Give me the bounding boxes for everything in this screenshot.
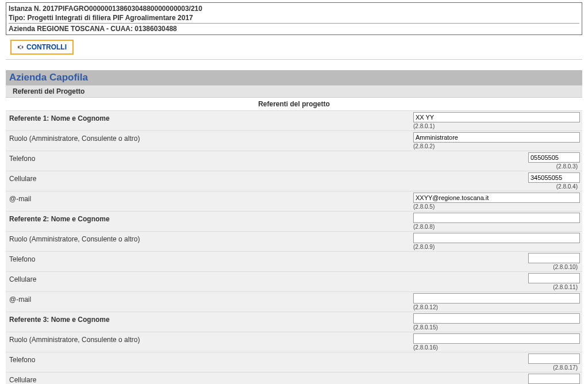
text-input[interactable] — [413, 132, 580, 143]
field-label: Telefono — [6, 352, 271, 372]
form-row: @-mail(2.8.0.12) — [6, 291, 582, 312]
field-label: Ruolo (Amministratore, Consulente o altr… — [6, 232, 264, 251]
value-cell: (2.8.0.3) — [271, 151, 582, 171]
value-cell: (2.8.0.18) — [271, 373, 582, 384]
text-input[interactable] — [528, 354, 580, 364]
field-code: (2.8.0.16) — [413, 344, 440, 351]
field-code: (2.8.0.1) — [413, 123, 437, 129]
field-label: Ruolo (Amministratore, Consulente o altr… — [6, 131, 264, 151]
instance-number: Istanza N. 2017PIFAGRO000000138603048800… — [9, 4, 579, 13]
form-row: Cellulare(2.8.0.18) — [6, 372, 582, 384]
field-code: (2.8.0.2) — [413, 143, 437, 149]
text-input[interactable] — [528, 253, 580, 263]
value-cell: (2.8.0.8) — [264, 212, 582, 231]
field-code: (2.8.0.9) — [413, 244, 437, 250]
text-input[interactable] — [413, 112, 580, 122]
field-code: (2.8.0.10) — [553, 264, 580, 270]
value-cell: (2.8.0.12) — [264, 292, 582, 312]
text-input[interactable] — [413, 293, 580, 304]
gear-icon — [17, 44, 24, 51]
field-code: (2.8.0.8) — [413, 224, 437, 230]
field-label: Referente 3: Nome e Cognome — [6, 312, 264, 332]
value-cell: (2.8.0.11) — [271, 272, 582, 291]
section-title: Azienda Capofila — [6, 70, 582, 85]
text-input[interactable] — [528, 374, 580, 384]
field-label: Telefono — [6, 252, 271, 271]
controlli-label: CONTROLLI — [26, 43, 67, 51]
field-code: (2.8.0.4) — [556, 183, 580, 190]
field-code: (2.8.0.15) — [413, 324, 440, 331]
field-label: Cellulare — [6, 373, 271, 384]
text-input[interactable] — [528, 273, 580, 283]
value-cell: (2.8.0.15) — [264, 312, 582, 332]
field-label: Referente 1: Nome e Cognome — [6, 111, 264, 130]
subsection-title: Referenti del Progetto — [6, 85, 582, 98]
controlli-button[interactable]: CONTROLLI — [10, 40, 74, 55]
form-row: Referente 3: Nome e Cognome(2.8.0.15) — [6, 312, 582, 332]
form-row: Telefono(2.8.0.17) — [6, 352, 582, 372]
toolbar: CONTROLLI — [6, 36, 582, 60]
field-label: Cellulare — [6, 171, 271, 191]
value-cell: (2.8.0.17) — [271, 352, 582, 372]
field-label: Ruolo (Amministratore, Consulente o altr… — [6, 332, 264, 352]
field-code: (2.8.0.11) — [553, 284, 580, 290]
instance-header: Istanza N. 2017PIFAGRO000000138603048800… — [6, 2, 582, 35]
form-row: Referente 2: Nome e Cognome(2.8.0.8) — [6, 211, 582, 231]
value-cell: (2.8.0.10) — [271, 252, 582, 271]
field-label: @-mail — [6, 191, 264, 211]
field-code: (2.8.0.3) — [556, 163, 580, 170]
text-input[interactable] — [413, 233, 580, 243]
form-row: Ruolo (Amministratore, Consulente o altr… — [6, 231, 582, 251]
form-row: Ruolo (Amministratore, Consulente o altr… — [6, 130, 582, 151]
company-info: Azienda REGIONE TOSCANA - CUAA: 01386030… — [9, 24, 579, 33]
text-input[interactable] — [413, 193, 580, 203]
value-cell: (2.8.0.16) — [264, 332, 582, 352]
field-label: Telefono — [6, 151, 271, 171]
field-code: (2.8.0.17) — [553, 364, 580, 371]
form-row: Telefono(2.8.0.3) — [6, 151, 582, 171]
field-label: @-mail — [6, 292, 264, 312]
value-cell: (2.8.0.1) — [264, 111, 582, 130]
form-row: Cellulare(2.8.0.4) — [6, 171, 582, 191]
value-cell: (2.8.0.9) — [264, 232, 582, 251]
form-area: Referenti del progetto Referente 1: Nome… — [6, 98, 582, 384]
value-cell: (2.8.0.5) — [264, 191, 582, 211]
text-input[interactable] — [413, 313, 580, 324]
form-row: Cellulare(2.8.0.11) — [6, 271, 582, 291]
text-input[interactable] — [413, 213, 580, 223]
instance-type: Tipo: Progetti Integrati di filiera PIF … — [9, 13, 579, 22]
form-row: Ruolo (Amministratore, Consulente o altr… — [6, 332, 582, 352]
field-code: (2.8.0.5) — [413, 203, 437, 210]
field-label: Cellulare — [6, 272, 271, 291]
field-label: Referente 2: Nome e Cognome — [6, 212, 264, 231]
text-input[interactable] — [413, 333, 580, 344]
form-row: Referente 1: Nome e Cognome(2.8.0.1) — [6, 110, 582, 130]
form-row: @-mail(2.8.0.5) — [6, 191, 582, 211]
text-input[interactable] — [528, 172, 580, 183]
field-code: (2.8.0.12) — [413, 304, 440, 310]
value-cell: (2.8.0.4) — [271, 171, 582, 191]
form-row: Telefono(2.8.0.10) — [6, 251, 582, 271]
value-cell: (2.8.0.2) — [264, 131, 582, 151]
table-title: Referenti del progetto — [6, 98, 582, 110]
text-input[interactable] — [528, 152, 580, 163]
